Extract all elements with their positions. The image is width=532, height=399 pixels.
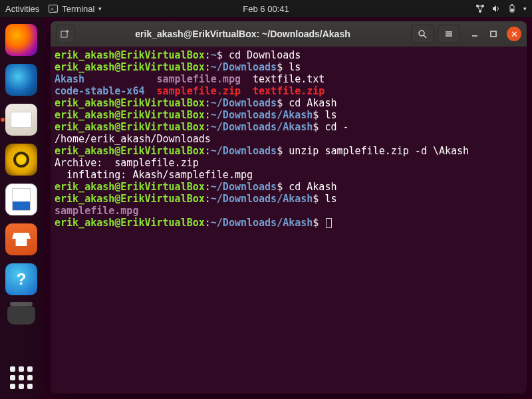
minimize-button[interactable] — [469, 29, 480, 39]
titlebar[interactable]: erik_akash@ErikVirtualBox: ~/Downloads/A… — [51, 21, 527, 47]
svg-rect-16 — [491, 31, 496, 37]
svg-line-11 — [424, 35, 426, 38]
dock-firefox[interactable] — [5, 24, 37, 56]
svg-text:>_: >_ — [51, 6, 57, 12]
close-button[interactable]: ✕ — [507, 27, 521, 41]
svg-rect-9 — [61, 31, 67, 37]
gnome-top-bar: Activities >_ Terminal ▾ Feb 6 00:41 ▾ — [0, 0, 532, 17]
terminal-icon: >_ — [49, 4, 58, 13]
svg-rect-7 — [511, 9, 513, 11]
dock-rhythmbox[interactable] — [5, 144, 37, 176]
new-tab-button[interactable] — [56, 25, 74, 43]
cursor — [326, 218, 332, 228]
dock-thunderbird[interactable] — [5, 64, 37, 96]
dock-ubuntu-software[interactable] — [5, 223, 37, 255]
running-indicator — [1, 118, 5, 122]
dock: ? — [0, 17, 43, 399]
window-title: erik_akash@ErikVirtualBox: ~/Downloads/A… — [78, 29, 407, 39]
chevron-down-icon: ▾ — [98, 5, 102, 12]
app-menu-label: Terminal — [62, 4, 94, 14]
dock-libreoffice-writer[interactable] — [5, 184, 37, 215]
volume-icon[interactable] — [491, 4, 501, 13]
app-menu[interactable]: >_ Terminal ▾ — [49, 4, 102, 14]
dock-trash[interactable] — [7, 306, 35, 325]
dock-files[interactable] — [5, 104, 37, 136]
show-applications-button[interactable] — [8, 364, 35, 391]
dock-help[interactable]: ? — [5, 263, 37, 295]
battery-icon[interactable] — [507, 4, 517, 13]
activities-button[interactable]: Activities — [5, 4, 39, 14]
hamburger-menu-button[interactable] — [438, 25, 460, 43]
search-button[interactable] — [411, 25, 434, 43]
network-icon[interactable] — [475, 4, 485, 13]
terminal-window: erik_akash@ErikVirtualBox: ~/Downloads/A… — [51, 21, 527, 394]
svg-point-10 — [419, 31, 424, 36]
system-menu-chevron-icon[interactable]: ▾ — [523, 5, 527, 12]
terminal-output[interactable]: erik_akash@ErikVirtualBox:~$ cd Download… — [51, 47, 527, 394]
svg-rect-8 — [511, 4, 513, 5]
maximize-button[interactable] — [488, 29, 499, 39]
